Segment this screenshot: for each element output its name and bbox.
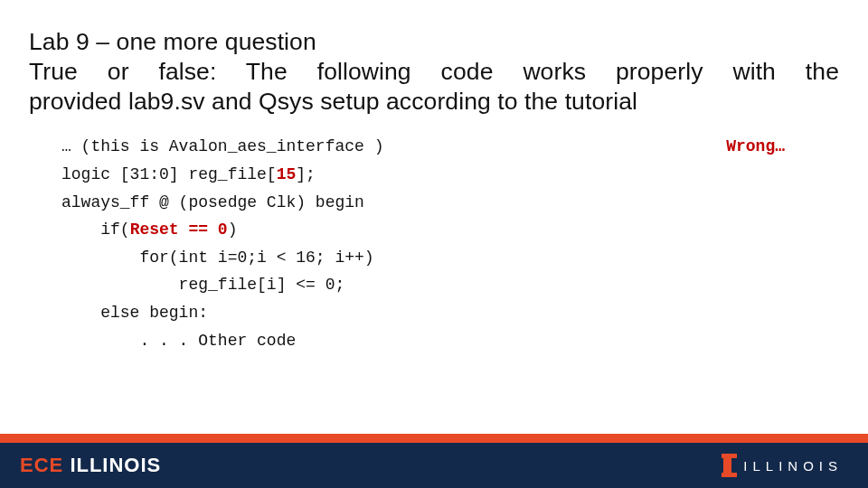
code-line-8: . . . Other code: [61, 327, 839, 355]
ece-illinois-wordmark: ECE ILLINOIS: [20, 454, 161, 477]
code-line-1: … (this is Avalon_aes_interface ): [61, 133, 383, 161]
ece-text: ECE: [20, 454, 63, 476]
block-i-icon: [721, 454, 734, 477]
footer-main-bar: ECE ILLINOIS ILLINOIS: [0, 443, 868, 488]
title-line-2: True or false: The following code works …: [29, 57, 839, 87]
wrong-annotation: Wrong…: [726, 137, 839, 155]
illinois-logo-text: ILLINOIS: [743, 458, 843, 474]
footer: ECE ILLINOIS ILLINOIS: [0, 434, 868, 488]
code-line-7: else begin:: [61, 299, 839, 327]
title-line-3: provided lab9.sv and Qsys setup accordin…: [29, 88, 637, 115]
code-seg-4a: if(: [61, 221, 130, 239]
code-highlight-reset: Reset == 0: [130, 221, 228, 239]
code-block: … (this is Avalon_aes_interface ) Wrong……: [29, 133, 839, 354]
footer-accent-bar: [0, 434, 868, 443]
content-area: Lab 9 – one more question True or false:…: [0, 0, 868, 354]
code-line-6: reg_file[i] <= 0;: [61, 271, 839, 299]
code-seg-4c: ): [228, 221, 238, 239]
code-row-1: … (this is Avalon_aes_interface ) Wrong…: [61, 133, 839, 161]
code-line-4: if(Reset == 0): [61, 216, 839, 244]
slide-title: Lab 9 – one more question True or false:…: [29, 27, 839, 117]
illinois-logo: ILLINOIS: [721, 454, 843, 477]
title-line-1: Lab 9 – one more question: [29, 28, 316, 55]
slide: Lab 9 – one more question True or false:…: [0, 0, 868, 488]
code-line-5: for(int i=0;i < 16; i++): [61, 244, 839, 272]
code-seg-2a: logic [31:0] reg_file[: [61, 165, 277, 183]
illinois-text: ILLINOIS: [70, 454, 161, 476]
code-line-2: logic [31:0] reg_file[15];: [61, 161, 839, 189]
code-highlight-15: 15: [277, 165, 297, 183]
code-line-3: always_ff @ (posedge Clk) begin: [61, 189, 839, 217]
code-seg-2c: ];: [296, 165, 316, 183]
